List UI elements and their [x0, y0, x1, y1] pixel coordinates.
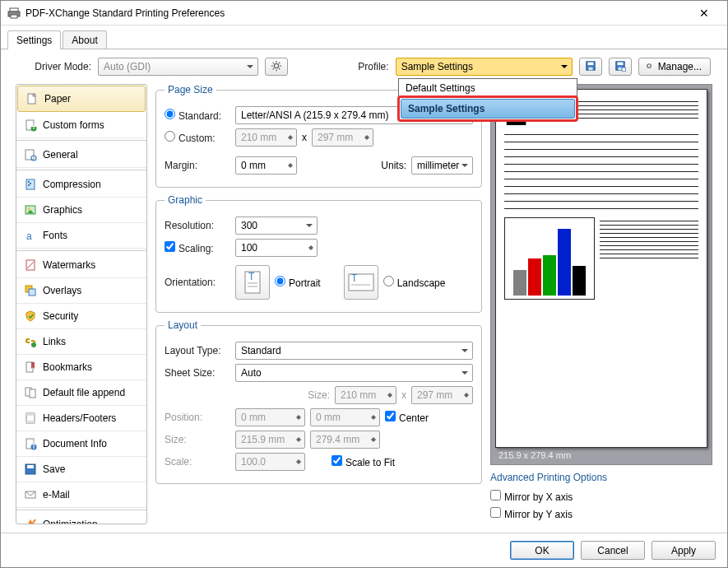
svg-rect-39 — [26, 413, 35, 416]
category-sidebar: Paper +Custom forms General Compression … — [16, 84, 147, 524]
sidebar-item-document-info[interactable]: iDocument Info — [16, 431, 146, 457]
ok-button[interactable]: OK — [510, 541, 574, 560]
layout-type-label: Layout Type: — [165, 345, 230, 356]
driver-mode-combo[interactable]: Auto (GDI) — [98, 58, 258, 76]
portrait-radio[interactable]: Portrait — [275, 276, 321, 289]
sidebar-item-overlays[interactable]: Overlays — [16, 278, 146, 304]
cancel-button[interactable]: Cancel — [581, 541, 645, 560]
mirror-x-checkbox[interactable]: Mirror by X axis — [490, 490, 573, 503]
mirror-y-checkbox[interactable]: Mirror by Y axis — [490, 507, 573, 520]
sheet-size-combo[interactable]: Auto — [235, 364, 473, 382]
sidebar-item-watermarks[interactable]: Watermarks — [16, 250, 146, 278]
center-checkbox[interactable]: Center — [385, 411, 429, 424]
sheet-size-label: Sheet Size: — [165, 367, 230, 379]
bookmarks-icon — [23, 360, 38, 375]
units-label: Units: — [381, 160, 406, 171]
portrait-icon: T — [235, 265, 270, 300]
overlays-icon — [23, 283, 38, 298]
sidebar-item-save[interactable]: Save — [16, 457, 146, 482]
sidebar-item-headers-footers[interactable]: Headers/Footers — [16, 406, 146, 431]
landscape-radio[interactable]: Landscape — [383, 276, 446, 289]
close-button[interactable]: ✕ — [688, 7, 721, 20]
custom-forms-icon: + — [23, 118, 38, 133]
svg-rect-2 — [11, 15, 17, 18]
svg-point-34 — [31, 342, 36, 347]
pos-x-spin: 0 mm — [235, 408, 305, 426]
sidebar-item-fonts[interactable]: aFonts — [16, 223, 146, 249]
scale-to-fit-checkbox[interactable]: Scale to Fit — [332, 455, 395, 468]
graphic-legend: Graphic — [165, 194, 206, 206]
layout-legend: Layout — [165, 319, 201, 331]
links-icon — [23, 334, 38, 349]
svg-line-11 — [279, 62, 280, 63]
size-w-spin: 215.9 mm — [235, 431, 305, 449]
sidebar-item-compression[interactable]: Compression — [16, 170, 146, 198]
svg-point-19 — [647, 63, 651, 68]
scale-spin: 100.0 — [235, 453, 305, 471]
profile-save-as-button[interactable] — [609, 58, 632, 76]
custom-radio[interactable]: Custom: — [165, 133, 216, 144]
paper-icon — [25, 91, 39, 106]
orientation-label: Orientation: — [165, 277, 230, 288]
layout-type-combo[interactable]: Standard — [235, 342, 473, 360]
svg-text:+: + — [30, 121, 36, 132]
sheet-h-spin: 297 mm — [411, 386, 473, 404]
svg-rect-24 — [26, 150, 34, 160]
gear-icon — [271, 60, 282, 74]
optimization-icon — [23, 517, 38, 524]
svg-line-9 — [279, 68, 280, 69]
fonts-icon: a — [23, 228, 38, 243]
svg-rect-33 — [29, 289, 35, 296]
graphics-icon — [23, 203, 38, 217]
security-icon — [23, 309, 38, 324]
sidebar-item-graphics[interactable]: Graphics — [16, 198, 146, 223]
svg-rect-13 — [587, 62, 593, 65]
apply-button[interactable]: Apply — [651, 541, 716, 560]
tab-about[interactable]: About — [63, 30, 106, 49]
manage-button[interactable]: Manage... — [638, 58, 711, 76]
scaling-spin[interactable]: 100 — [235, 239, 318, 257]
svg-rect-45 — [27, 465, 34, 468]
svg-rect-16 — [617, 62, 623, 65]
profile-option-default[interactable]: Default Settings — [399, 79, 577, 97]
sidebar-item-general[interactable]: General — [16, 140, 146, 168]
general-icon — [23, 147, 38, 162]
standard-radio[interactable]: Standard: — [165, 110, 221, 122]
sidebar-item-custom-forms[interactable]: +Custom forms — [16, 113, 146, 138]
driver-mode-label: Driver Mode: — [17, 61, 91, 72]
custom-height-spin[interactable]: 297 mm — [312, 128, 373, 147]
size-h-spin: 279.4 mm — [310, 431, 380, 449]
tab-settings[interactable]: Settings — [7, 30, 61, 49]
resolution-combo[interactable]: 300 — [235, 216, 318, 235]
save-icon — [23, 462, 38, 477]
svg-text:T: T — [351, 272, 358, 284]
profile-save-button[interactable] — [579, 58, 602, 76]
sidebar-item-links[interactable]: Links — [16, 329, 146, 355]
window-title: PDF-XChange Standard Printing Preference… — [26, 7, 688, 19]
sidebar-item-paper[interactable]: Paper — [17, 86, 146, 112]
margin-spin[interactable]: 0 mm — [235, 156, 297, 175]
sidebar-item-email[interactable]: e-Mail — [16, 482, 146, 508]
svg-point-3 — [274, 63, 278, 68]
email-icon — [23, 487, 38, 502]
profile-combo[interactable]: Sample Settings — [396, 58, 573, 76]
advanced-options: Advanced Printing Options Mirror by X ax… — [490, 472, 712, 524]
sidebar-item-bookmarks[interactable]: Bookmarks — [16, 355, 146, 380]
sidebar-item-security[interactable]: Security — [16, 304, 146, 329]
size2-label: Size: — [165, 434, 230, 445]
units-combo[interactable]: millimeter — [411, 156, 473, 175]
pos-y-spin: 0 mm — [310, 408, 380, 426]
scaling-checkbox[interactable]: Scaling: — [165, 243, 214, 254]
svg-rect-0 — [10, 8, 18, 12]
page-size-legend: Page Size — [165, 84, 216, 95]
svg-text:i: i — [33, 440, 35, 450]
sidebar-item-default-file-append[interactable]: Default file append — [16, 380, 146, 406]
custom-width-spin[interactable]: 210 mm — [235, 128, 297, 147]
sheet-w-spin: 210 mm — [335, 386, 396, 404]
svg-rect-40 — [26, 421, 35, 423]
append-icon — [23, 385, 38, 400]
profile-option-sample[interactable]: Sample Settings — [401, 99, 575, 119]
driver-mode-settings-button[interactable] — [265, 58, 288, 76]
sidebar-item-optimization[interactable]: Optimization — [16, 510, 146, 524]
profile-dropdown[interactable]: Default Settings Sample Settings — [398, 78, 577, 121]
